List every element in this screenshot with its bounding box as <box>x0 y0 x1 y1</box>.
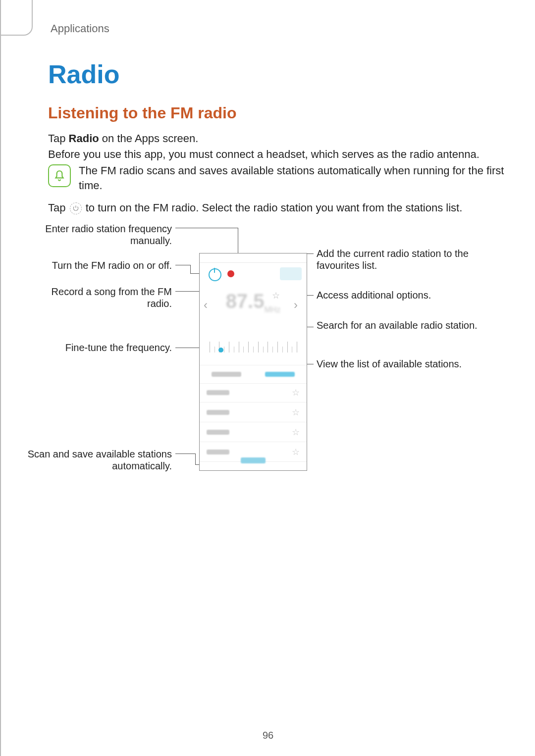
leader-line <box>195 454 196 464</box>
favourite-star-icon[interactable]: ☆ <box>272 290 280 301</box>
note-text: The FM radio scans and saves available s… <box>79 163 505 193</box>
dial-indicator <box>218 348 223 353</box>
callout-search: Search for an available radio station. <box>317 319 495 331</box>
radio-app-screenshot: ‹ 87.5MHz ☆ › <box>199 253 307 471</box>
callout-options: Access additional options. <box>317 289 495 301</box>
manual-page: Applications Radio Listening to the FM r… <box>0 0 535 756</box>
callout-finetune: Fine-tune the frequency. <box>26 342 172 353</box>
station-tabs <box>200 365 307 384</box>
power-button[interactable] <box>209 268 221 281</box>
paragraph-1: Tap Radio on the Apps screen. <box>48 131 505 146</box>
frequency-dial[interactable] <box>205 333 302 353</box>
page-corner-decoration <box>1 0 33 36</box>
page-number: 96 <box>1 730 535 741</box>
star-icon[interactable]: ☆ <box>292 407 300 418</box>
more-options-button[interactable] <box>280 267 302 280</box>
leader-line <box>175 454 195 454</box>
station-list: ☆ ☆ ☆ ☆ <box>200 383 307 462</box>
text: Tap <box>48 202 69 214</box>
paragraph-3: Tap to turn on the FM radio. Select the … <box>48 201 505 215</box>
callout-onoff: Turn the FM radio on or off. <box>26 259 172 271</box>
stations-tab[interactable] <box>253 365 307 383</box>
power-icon <box>70 202 82 214</box>
text: to turn on the FM radio. Select the radi… <box>86 202 463 214</box>
star-icon[interactable]: ☆ <box>292 427 300 438</box>
leader-line <box>175 265 190 265</box>
leader-line <box>190 265 191 273</box>
page-title: Radio <box>48 59 119 89</box>
callout-record: Record a song from the FM radio. <box>26 286 172 309</box>
list-item[interactable]: ☆ <box>200 422 307 442</box>
callout-scan: Scan and save available stations automat… <box>26 448 172 472</box>
bell-icon <box>48 164 71 187</box>
scan-button[interactable] <box>200 454 307 467</box>
frequency-value: 87.5 <box>226 290 265 312</box>
callout-list: View the list of available stations. <box>317 358 495 370</box>
frequency-display-row: ‹ 87.5MHz ☆ › <box>200 286 307 320</box>
text: on the Apps screen. <box>99 132 199 145</box>
text: Tap <box>48 132 69 145</box>
list-item[interactable]: ☆ <box>200 383 307 403</box>
favourites-tab[interactable] <box>200 365 253 383</box>
seek-up-button[interactable]: › <box>294 298 303 307</box>
page-subtitle: Listening to the FM radio <box>48 104 236 122</box>
paragraph-2: Before you use this app, you must connec… <box>48 147 505 162</box>
list-item[interactable]: ☆ <box>200 403 307 422</box>
seek-down-button[interactable]: ‹ <box>204 298 213 307</box>
callout-manual-freq: Enter radio station frequency manually. <box>26 223 172 247</box>
section-header: Applications <box>51 22 109 35</box>
bold-text: Radio <box>69 132 99 145</box>
top-controls <box>200 263 307 284</box>
radio-diagram: Enter radio station frequency manually. … <box>26 223 511 495</box>
status-bar <box>200 253 307 263</box>
callout-favourite: Add the current radio station to the fav… <box>317 248 495 271</box>
star-icon[interactable]: ☆ <box>292 387 300 398</box>
frequency-unit: MHz <box>264 305 280 314</box>
record-button[interactable] <box>227 270 234 277</box>
note-callout: The FM radio scans and saves available s… <box>48 163 505 193</box>
leader-line <box>175 228 238 228</box>
